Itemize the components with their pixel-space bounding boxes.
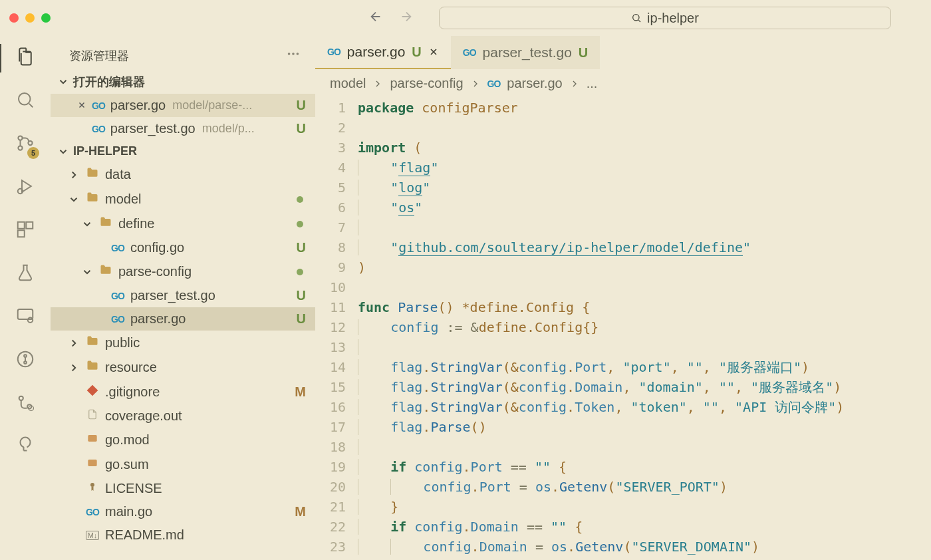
svg-point-22 bbox=[90, 483, 94, 487]
open-editor-item[interactable]: GOparser_test.gomodel/p...U bbox=[51, 117, 315, 140]
folder-icon bbox=[86, 359, 99, 376]
ab-testing[interactable] bbox=[15, 263, 35, 286]
tree-row[interactable]: go.mod bbox=[51, 428, 315, 452]
tree-label: parse-config bbox=[118, 264, 192, 279]
tab-filename: parser.go bbox=[347, 44, 406, 60]
git-lens-icon bbox=[15, 392, 35, 412]
ab-remote[interactable] bbox=[15, 306, 35, 329]
nav-arrows bbox=[368, 9, 414, 27]
nav-forward-button[interactable] bbox=[399, 9, 414, 27]
sidebar-header: 资源管理器 bbox=[51, 36, 315, 70]
svg-point-0 bbox=[633, 15, 639, 21]
tree-row[interactable]: model bbox=[51, 187, 315, 211]
breadcrumb-seg: parse-config bbox=[390, 76, 463, 91]
svg-point-12 bbox=[24, 354, 27, 357]
tree-row[interactable]: LICENSE bbox=[51, 477, 315, 500]
ab-scm[interactable]: 5 bbox=[15, 133, 35, 156]
folder-icon bbox=[86, 191, 99, 208]
window-minimize-button[interactable] bbox=[25, 13, 35, 23]
markdown-icon: M↓ bbox=[86, 531, 100, 540]
close-icon[interactable] bbox=[77, 98, 86, 113]
tree-row[interactable]: define bbox=[51, 211, 315, 236]
ab-debug[interactable] bbox=[15, 176, 35, 200]
tree-row[interactable]: GOconfig.goU bbox=[51, 236, 315, 259]
svg-point-19 bbox=[297, 53, 299, 55]
twisty[interactable] bbox=[68, 362, 80, 374]
twisty[interactable] bbox=[68, 169, 80, 181]
tree-row[interactable]: .gitignoreM bbox=[51, 380, 315, 404]
tree-row[interactable]: GOmain.goM bbox=[51, 500, 315, 523]
tree-label: go.sum bbox=[105, 457, 149, 472]
go-icon: GO bbox=[92, 100, 105, 111]
twisty[interactable] bbox=[68, 194, 80, 206]
twisty[interactable] bbox=[68, 337, 80, 349]
tree-icon bbox=[15, 436, 35, 456]
gutter: 1234567891011121314151617181920212223 bbox=[315, 98, 358, 560]
traffic-lights bbox=[9, 13, 51, 23]
beaker-icon bbox=[15, 263, 35, 283]
gomod-icon bbox=[86, 432, 99, 448]
search-icon bbox=[15, 90, 35, 110]
folder-icon bbox=[86, 166, 99, 183]
section-label: 打开的编辑器 bbox=[73, 74, 145, 90]
tree-row[interactable]: public bbox=[51, 331, 315, 355]
twisty[interactable] bbox=[81, 266, 93, 278]
svg-point-18 bbox=[292, 53, 295, 55]
code-editor[interactable]: 1234567891011121314151617181920212223 pa… bbox=[315, 98, 931, 560]
section-open-editors[interactable]: 打开的编辑器 bbox=[51, 70, 315, 94]
debug-icon bbox=[15, 176, 35, 196]
ab-explorer[interactable] bbox=[15, 47, 35, 70]
ab-search[interactable] bbox=[15, 90, 35, 113]
modified-dot bbox=[297, 269, 303, 275]
svg-point-13 bbox=[24, 361, 27, 364]
chevron-down-icon bbox=[57, 76, 69, 88]
git-status: U bbox=[412, 45, 421, 60]
sidebar-more-button[interactable] bbox=[286, 47, 301, 65]
ab-git-graph[interactable] bbox=[15, 349, 35, 372]
git-status: U bbox=[297, 311, 306, 327]
tree-row[interactable]: go.sum bbox=[51, 452, 315, 477]
folder-icon bbox=[86, 335, 99, 351]
ab-git-lens[interactable] bbox=[15, 392, 35, 416]
tree-label: go.mod bbox=[105, 432, 150, 448]
go-icon: GO bbox=[327, 47, 340, 57]
twisty[interactable] bbox=[81, 218, 93, 230]
go-icon: GO bbox=[86, 507, 99, 517]
tree-row[interactable]: coverage.out bbox=[51, 404, 315, 428]
extensions-icon bbox=[15, 219, 35, 239]
tree-label: define bbox=[118, 216, 155, 231]
svg-point-4 bbox=[28, 141, 32, 145]
nav-back-button[interactable] bbox=[368, 9, 383, 27]
go-icon: GO bbox=[463, 47, 476, 58]
breadcrumb-seg: ... bbox=[587, 76, 598, 91]
git-status: U bbox=[297, 240, 306, 255]
chevron-right-icon bbox=[372, 78, 383, 89]
tree-row[interactable]: parse-config bbox=[51, 259, 315, 284]
go-icon: GO bbox=[111, 291, 124, 301]
tree-row[interactable]: GOparser.goU bbox=[51, 307, 315, 331]
chevron-down-icon bbox=[57, 146, 69, 158]
tree-row[interactable]: GOparser_test.goU bbox=[51, 284, 315, 307]
open-editor-filename: parser.go bbox=[110, 98, 166, 113]
tree-row[interactable]: resource bbox=[51, 355, 315, 380]
ab-tree[interactable] bbox=[15, 436, 35, 459]
modified-dot bbox=[297, 221, 303, 227]
tree-label: model bbox=[105, 192, 141, 207]
command-center-search[interactable]: ip-helper bbox=[439, 7, 891, 29]
open-editor-item[interactable]: GOparser.gomodel/parse-...U bbox=[51, 94, 315, 117]
tree-row[interactable]: M↓README.md bbox=[51, 523, 315, 547]
tree-row[interactable]: data bbox=[51, 162, 315, 187]
window-close-button[interactable] bbox=[9, 13, 19, 23]
editor-tab[interactable]: GOparser_test.goU bbox=[451, 36, 600, 69]
license-icon bbox=[86, 481, 98, 496]
editor-area: GOparser.goUGOparser_test.goU model pars… bbox=[315, 36, 931, 560]
tree-label: data bbox=[105, 167, 131, 182]
window-maximize-button[interactable] bbox=[41, 13, 51, 23]
folder-icon bbox=[99, 215, 112, 232]
section-project[interactable]: IP-HELPER bbox=[51, 140, 315, 162]
git-status: U bbox=[297, 98, 306, 113]
close-icon[interactable] bbox=[428, 47, 439, 57]
breadcrumbs[interactable]: model parse-config GO parser.go ... bbox=[315, 69, 931, 98]
ab-extensions[interactable] bbox=[15, 219, 35, 243]
editor-tab[interactable]: GOparser.goU bbox=[315, 36, 451, 69]
